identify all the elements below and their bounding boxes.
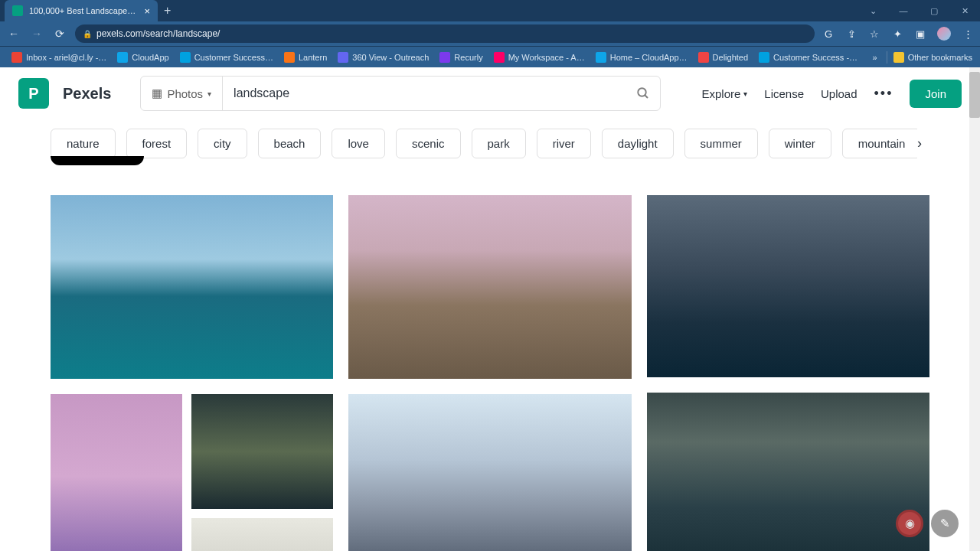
site-header: P Pexels ▦ Photos ▾ Explore ▾ License Up… [0, 67, 980, 119]
search-bar: ▦ Photos ▾ [140, 76, 661, 111]
filter-chip-winter[interactable]: winter [769, 129, 831, 158]
scrollbar[interactable] [969, 67, 980, 551]
photo-thumbnail[interactable] [647, 393, 929, 551]
filter-chip-summer[interactable]: summer [684, 129, 758, 158]
bookmark-label: Recurly [454, 53, 482, 62]
photo-thumbnail[interactable] [191, 518, 334, 551]
more-menu-icon[interactable]: ••• [874, 86, 893, 102]
ext-share-icon[interactable]: ⇪ [845, 28, 858, 40]
filter-chip-love[interactable]: love [332, 129, 385, 158]
folder-icon [893, 52, 904, 63]
filter-chip-park[interactable]: park [472, 129, 526, 158]
bookmark-favicon [117, 52, 128, 63]
bookmark-item[interactable]: Lantern [280, 51, 331, 64]
bookmark-item[interactable]: Home – CloudApp… [592, 51, 691, 64]
bookmark-favicon [759, 52, 769, 63]
filter-chip-nature[interactable]: nature [51, 129, 116, 158]
maximize-button[interactable]: ▢ [919, 0, 949, 21]
scrollbar-thumb[interactable] [969, 72, 980, 118]
filter-chip-scenic[interactable]: scenic [396, 129, 461, 158]
bookmark-favicon [284, 52, 295, 63]
bookmark-favicon [180, 52, 191, 63]
edit-button[interactable]: ✎ [931, 510, 959, 537]
filter-chip-beach[interactable]: beach [258, 129, 322, 158]
chips-next-icon[interactable]: › [917, 129, 922, 159]
close-button[interactable]: ✕ [949, 0, 980, 21]
filter-chip-forest[interactable]: forest [126, 129, 188, 158]
bookmark-label: Customer Success -… [773, 53, 858, 62]
profile-avatar[interactable] [937, 27, 951, 41]
bookmark-item[interactable]: Recurly [436, 51, 486, 64]
logo-text[interactable]: Pexels [63, 85, 111, 103]
bookmarks-overflow[interactable]: » [873, 53, 880, 62]
other-bookmarks[interactable]: Other bookmarks [893, 52, 972, 63]
minimize-button[interactable]: — [888, 0, 919, 21]
ext-puzzle-icon[interactable]: ✦ [891, 28, 903, 40]
svg-point-0 [639, 88, 647, 96]
chevron-down-icon[interactable]: ⌄ [858, 0, 888, 21]
bookmark-label: 360 View - Outreach [352, 53, 429, 62]
record-button[interactable]: ◉ [896, 510, 923, 537]
bookmark-item[interactable]: My Workspace - A… [490, 51, 589, 64]
pexels-logo[interactable]: P [18, 78, 49, 109]
other-bookmarks-label: Other bookmarks [908, 53, 972, 62]
photo-gallery [0, 168, 980, 551]
reload-button[interactable]: ⟳ [52, 26, 67, 41]
browser-tab[interactable]: 100,000+ Best Landscapes Pictu… × [5, 0, 158, 21]
filter-chips: natureforestcitybeachlovescenicparkriver… [0, 119, 980, 168]
bookmark-favicon [596, 52, 606, 63]
gallery-column [51, 195, 333, 551]
new-tab-button[interactable]: + [164, 4, 171, 18]
tab-favicon [12, 5, 23, 16]
url-field[interactable]: 🔒 pexels.com/search/landscape/ [75, 24, 815, 43]
browser-titlebar: 100,000+ Best Landscapes Pictu… × + ⌄ — … [0, 0, 980, 21]
bookmark-label: Home – CloudApp… [610, 53, 688, 62]
filter-chip-mountain[interactable]: mountain [842, 129, 922, 158]
search-input[interactable] [223, 86, 626, 100]
ext-panel-icon[interactable]: ▣ [914, 28, 926, 40]
page-content: P Pexels ▦ Photos ▾ Explore ▾ License Up… [0, 67, 980, 551]
address-bar: ← → ⟳ 🔒 pexels.com/search/landscape/ G ⇪… [0, 21, 980, 46]
nav-upload[interactable]: Upload [821, 87, 858, 100]
bookmark-label: Inbox - ariel@cl.ly -… [26, 53, 106, 62]
browser-menu-icon[interactable]: ⋮ [962, 28, 974, 40]
join-button[interactable]: Join [910, 80, 962, 108]
search-icon[interactable] [626, 86, 660, 100]
photo-thumbnail[interactable] [51, 394, 182, 551]
search-type-label: Photos [167, 87, 203, 100]
chevron-down-icon: ▾ [743, 90, 747, 98]
ext-google-icon[interactable]: G [822, 28, 835, 40]
close-icon[interactable]: × [144, 5, 150, 17]
bookmark-item[interactable]: Customer Success… [176, 51, 277, 64]
nav-license[interactable]: License [764, 87, 804, 100]
bookmark-favicon [439, 52, 450, 63]
bookmark-label: Delighted [713, 53, 748, 62]
back-button[interactable]: ← [6, 26, 21, 41]
chevron-down-icon: ▾ [207, 90, 211, 98]
bookmark-item[interactable]: 360 View - Outreach [334, 51, 433, 64]
bookmark-label: CloudApp [132, 53, 168, 62]
bookmark-favicon [338, 52, 348, 63]
photo-thumbnail[interactable] [348, 195, 631, 379]
bookmark-item[interactable]: Delighted [694, 51, 752, 64]
nav-explore[interactable]: Explore ▾ [701, 87, 747, 100]
photo-thumbnail[interactable] [51, 195, 333, 379]
ext-star-icon[interactable]: ☆ [868, 28, 880, 40]
site-nav: Explore ▾ License Upload ••• Join [701, 80, 962, 108]
filter-chip-city[interactable]: city [198, 129, 247, 158]
photo-thumbnail[interactable] [647, 195, 929, 377]
forward-button[interactable]: → [29, 26, 44, 41]
bookmark-item[interactable]: Inbox - ariel@cl.ly -… [8, 51, 110, 64]
svg-line-1 [645, 95, 648, 98]
filter-chip-daylight[interactable]: daylight [602, 129, 674, 158]
divider [887, 51, 887, 64]
bookmark-item[interactable]: CloudApp [113, 51, 172, 64]
bookmark-label: Lantern [299, 53, 327, 62]
lock-icon: 🔒 [83, 30, 92, 38]
bookmark-favicon [494, 52, 505, 63]
bookmark-item[interactable]: Customer Success -… [755, 51, 861, 64]
filter-chip-river[interactable]: river [537, 129, 591, 158]
search-type-dropdown[interactable]: ▦ Photos ▾ [141, 77, 223, 110]
photo-thumbnail[interactable] [348, 394, 631, 551]
photo-thumbnail[interactable] [191, 394, 334, 509]
